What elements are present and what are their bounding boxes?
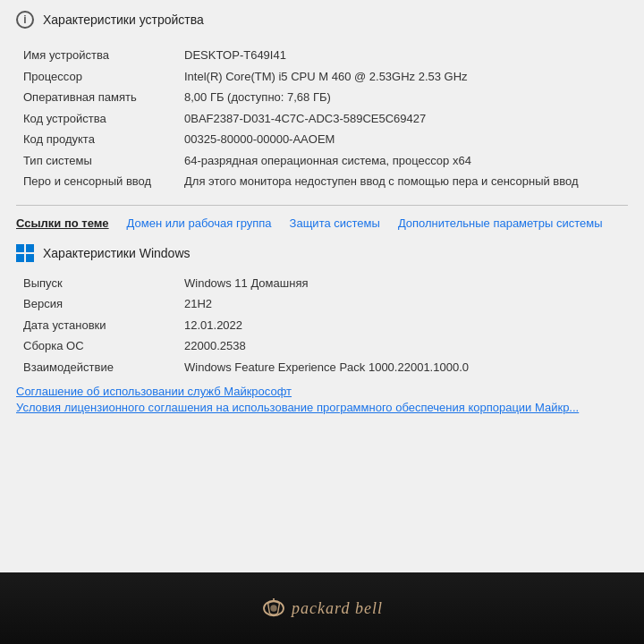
device-label: Оперативная память [23,89,184,106]
nav-link[interactable]: Защита системы [290,216,380,230]
windows-header: Характеристики Windows [16,244,628,262]
device-value: Для этого монитора недоступен ввод с пом… [184,173,628,191]
device-section-header: i Характеристики устройства [16,11,628,34]
windows-row: Выпуск Windows 11 Домашняя [23,275,628,292]
windows-section: Характеристики Windows Выпуск Windows 11… [16,244,628,415]
device-row: Процессор Intel(R) Core(TM) i5 CPU M 460… [23,68,628,86]
windows-label: Сборка ОС [23,337,184,355]
device-value: 0BAF2387-D031-4C7C-ADC3-589CE5C69427 [184,110,628,128]
windows-label: Дата установки [23,317,184,335]
info-icon: i [16,11,34,29]
windows-label: Взаимодействие [23,359,184,377]
device-value: 00325-80000-00000-AAOEM [184,131,628,148]
windows-row: Сборка ОС 22000.2538 [23,337,628,355]
divider [16,205,628,206]
windows-value: 21H2 [184,295,628,313]
device-label: Имя устройства [23,47,184,64]
windows-label: Версия [23,295,184,313]
device-value: Intel(R) Core(TM) i5 CPU M 460 @ 2.53GHz… [184,68,628,86]
windows-value: Windows Feature Experience Pack 1000.220… [184,359,628,377]
device-label: Тип системы [23,152,184,170]
nav-link[interactable]: Домен или рабочая группа [127,216,272,230]
windows-row: Взаимодействие Windows Feature Experienc… [23,359,628,377]
device-label: Перо и сенсорный ввод [23,173,184,191]
device-row: Код устройства 0BAF2387-D031-4C7C-ADC3-5… [23,110,628,128]
device-row: Перо и сенсорный ввод Для этого монитора… [23,173,628,191]
screen: i Характеристики устройства Имя устройст… [0,0,644,644]
taskbar: packard bell [0,572,644,644]
windows-table: Выпуск Windows 11 Домашняя Версия 21H2 Д… [23,275,628,377]
svg-point-3 [273,598,275,599]
links-row: Ссылки по темеДомен или рабочая группаЗа… [16,216,628,230]
device-row: Тип системы 64-разрядная операционная си… [23,152,628,170]
device-row: Код продукта 00325-80000-00000-AAOEM [23,131,628,148]
ms-link[interactable]: Условия лицензионного соглашения на испо… [16,401,628,414]
brand-logo: packard bell [261,598,383,618]
device-row: Оперативная память 8,00 ГБ (доступно: 7,… [23,89,628,106]
content-area: i Характеристики устройства Имя устройст… [0,0,644,572]
nav-link[interactable]: Дополнительные параметры системы [398,216,603,230]
device-table: Имя устройства DESKTOP-T649I41 Процессор… [23,47,628,191]
device-value: DESKTOP-T649I41 [184,47,628,64]
packard-bell-icon [261,598,286,618]
svg-point-1 [270,605,276,611]
windows-row: Дата установки 12.01.2022 [23,317,628,335]
ms-links: Соглашение об использовании служб Майкро… [16,385,628,414]
device-label: Код устройства [23,110,184,128]
windows-section-title: Характеристики Windows [43,246,191,260]
device-label: Процессор [23,68,184,86]
device-value: 8,00 ГБ (доступно: 7,68 ГБ) [184,89,628,106]
windows-logo-icon [16,244,34,262]
brand-name: packard bell [292,599,383,618]
device-row: Имя устройства DESKTOP-T649I41 [23,47,628,64]
device-value: 64-разрядная операционная система, проце… [184,152,628,170]
device-section-title: Характеристики устройства [43,13,204,27]
device-label: Код продукта [23,131,184,148]
nav-link[interactable]: Ссылки по теме [16,216,109,230]
windows-value: Windows 11 Домашняя [184,275,628,292]
windows-value: 22000.2538 [184,337,628,355]
windows-value: 12.01.2022 [184,317,628,335]
windows-label: Выпуск [23,275,184,292]
ms-link[interactable]: Соглашение об использовании служб Майкро… [16,385,628,398]
windows-row: Версия 21H2 [23,295,628,313]
